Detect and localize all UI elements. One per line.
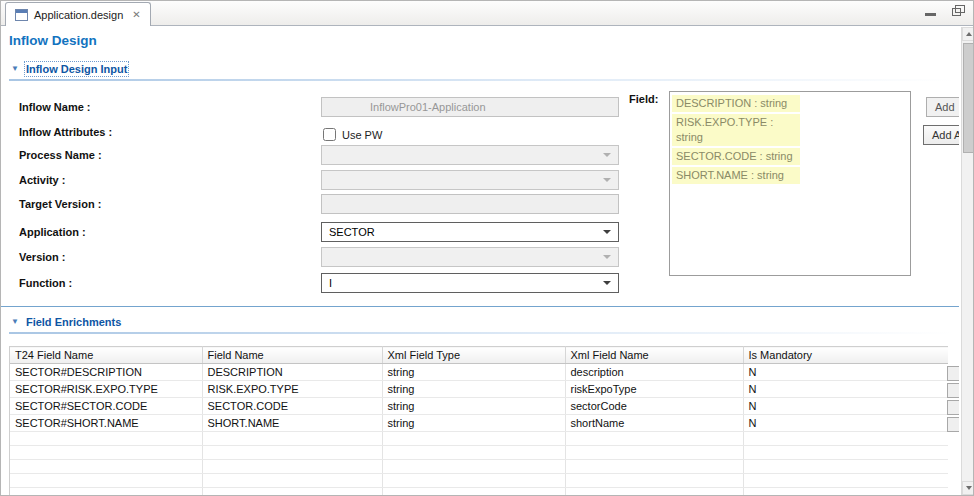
scrollbar-thumb[interactable]	[963, 43, 974, 153]
application-design-editor: Application.design ✕ Inflow Design ▼ Inf…	[0, 0, 974, 496]
activity-select[interactable]	[321, 170, 619, 190]
table-cell: SECTOR#SECTOR.CODE	[10, 398, 202, 415]
empty-table-row[interactable]	[10, 460, 948, 474]
inflow-design-input-section-title[interactable]: Inflow Design Input	[26, 63, 127, 75]
restore-icon[interactable]	[952, 8, 961, 16]
function-value: I	[329, 277, 332, 289]
minimize-icon[interactable]	[925, 7, 936, 16]
arrow-down-icon	[966, 486, 972, 490]
table-row[interactable]: SECTOR#DESCRIPTIONDESCRIPTIONstringdescr…	[10, 364, 948, 381]
table-cell	[743, 488, 948, 496]
table-cell	[10, 460, 202, 474]
chevron-down-icon	[603, 255, 611, 259]
field-list-label: Field:	[629, 93, 658, 105]
collapse-toggle-icon[interactable]: ▼	[11, 314, 19, 329]
chevron-down-icon	[603, 230, 611, 234]
table-cell: SHORT.NAME	[202, 415, 382, 432]
chevron-down-icon	[603, 281, 611, 285]
column-header[interactable]: Xml Field Type	[382, 347, 565, 364]
section-divider	[9, 79, 953, 81]
table-cell: string	[382, 415, 565, 432]
empty-table-row[interactable]	[10, 474, 948, 488]
process-name-label: Process Name :	[19, 145, 102, 165]
page-title: Inflow Design	[9, 33, 97, 48]
vertical-scrollbar[interactable]	[961, 27, 974, 495]
table-cell	[382, 460, 565, 474]
field-enrichments-section-title[interactable]: Field Enrichments	[26, 316, 121, 328]
field-list[interactable]: DESCRIPTION : stringRISK.EXPO.TYPE : str…	[669, 91, 911, 276]
table-cell	[743, 474, 948, 488]
chevron-down-icon	[603, 178, 611, 182]
table-cell	[565, 474, 743, 488]
inflow-name-label: Inflow Name :	[19, 97, 91, 117]
table-cell: shortName	[565, 415, 743, 432]
empty-table-row[interactable]	[10, 446, 948, 460]
row-button-stub[interactable]	[947, 383, 959, 398]
column-header[interactable]: Xml Field Name	[565, 347, 743, 364]
collapse-toggle-icon[interactable]: ▼	[11, 61, 19, 76]
scroll-up-button[interactable]	[962, 27, 974, 41]
tab-application-design[interactable]: Application.design ✕	[5, 2, 151, 26]
process-name-select[interactable]	[321, 145, 619, 165]
field-enrichments-table[interactable]: T24 Field NameField NameXml Field TypeXm…	[9, 346, 948, 495]
inflow-design-input-section-header: ▼ Inflow Design Input	[11, 61, 127, 76]
add-all-button[interactable]: Add All	[923, 125, 959, 145]
table-cell	[10, 432, 202, 446]
table-cell	[202, 432, 382, 446]
empty-table-row[interactable]	[10, 432, 948, 446]
table-cell	[743, 432, 948, 446]
table-cell: description	[565, 364, 743, 381]
table-cell: N	[743, 415, 948, 432]
field-list-item[interactable]: RISK.EXPO.TYPE : string	[672, 114, 800, 146]
table-cell: N	[743, 398, 948, 415]
design-file-icon	[15, 9, 28, 21]
table-row[interactable]: SECTOR#SECTOR.CODESECTOR.CODEstringsecto…	[10, 398, 948, 415]
column-header[interactable]: Is Mandatory	[743, 347, 948, 364]
table-row[interactable]: SECTOR#SHORT.NAMESHORT.NAMEstringshortNa…	[10, 415, 948, 432]
application-value: SECTOR	[329, 226, 375, 238]
row-button-stub[interactable]	[947, 417, 959, 432]
table-cell	[565, 432, 743, 446]
table-cell	[202, 446, 382, 460]
table-cell	[565, 488, 743, 496]
table-cell: SECTOR#DESCRIPTION	[10, 364, 202, 381]
table-cell	[565, 460, 743, 474]
table-cell	[382, 474, 565, 488]
field-list-item[interactable]: DESCRIPTION : string	[672, 95, 800, 112]
table-row[interactable]: SECTOR#RISK.EXPO.TYPERISK.EXPO.TYPEstrin…	[10, 381, 948, 398]
column-header[interactable]: Field Name	[202, 347, 382, 364]
column-header[interactable]: T24 Field Name	[10, 347, 202, 364]
table-cell: string	[382, 381, 565, 398]
table-cell	[10, 446, 202, 460]
table-cell	[10, 488, 202, 496]
use-pw-checkbox[interactable]	[323, 128, 336, 141]
function-select[interactable]: I	[321, 273, 619, 293]
application-label: Application :	[19, 222, 86, 242]
table-cell	[10, 474, 202, 488]
enrichments-table-body: SECTOR#DESCRIPTIONDESCRIPTIONstringdescr…	[10, 364, 948, 496]
version-select[interactable]	[321, 247, 619, 267]
application-select[interactable]: SECTOR	[321, 222, 619, 242]
empty-table-row[interactable]	[10, 488, 948, 496]
version-label: Version :	[19, 247, 65, 267]
enrichments-header-row: T24 Field NameField NameXml Field TypeXm…	[10, 347, 948, 364]
row-button-stub[interactable]	[947, 400, 959, 415]
table-cell	[382, 488, 565, 496]
section-divider	[9, 332, 953, 334]
field-list-item[interactable]: SHORT.NAME : string	[672, 167, 800, 184]
row-button-stub[interactable]	[947, 366, 959, 381]
inflow-name-field[interactable]	[321, 97, 619, 117]
scroll-down-button[interactable]	[962, 481, 974, 495]
activity-label: Activity :	[19, 170, 65, 190]
field-enrichments-section-header: ▼ Field Enrichments	[11, 314, 121, 329]
target-version-field[interactable]	[321, 194, 619, 214]
table-cell: RISK.EXPO.TYPE	[202, 381, 382, 398]
table-cell	[565, 446, 743, 460]
close-icon[interactable]: ✕	[132, 9, 140, 20]
table-cell	[382, 432, 565, 446]
field-list-item[interactable]: SECTOR.CODE : string	[672, 148, 800, 165]
table-cell: SECTOR#SHORT.NAME	[10, 415, 202, 432]
function-label: Function :	[19, 273, 72, 293]
table-cell	[743, 446, 948, 460]
add-button[interactable]: Add	[926, 97, 959, 117]
